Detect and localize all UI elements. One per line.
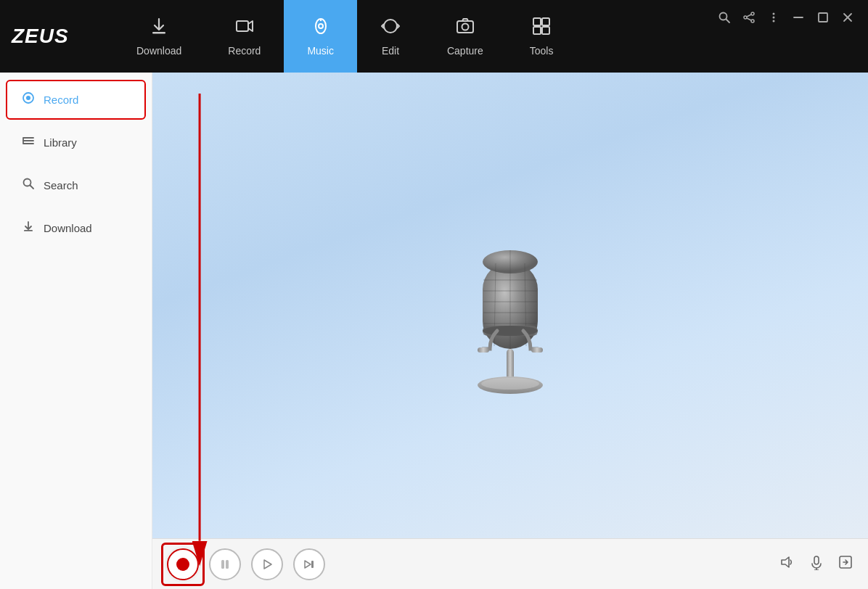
volume-icon[interactable]	[779, 554, 795, 574]
svg-rect-1	[237, 21, 248, 31]
svg-rect-47	[478, 347, 489, 353]
minimize-control[interactable]	[790, 9, 807, 26]
edit-tab-icon	[380, 16, 401, 41]
player-bar	[152, 538, 868, 589]
sidebar-item-record[interactable]: Record	[6, 80, 146, 120]
microphone-image	[438, 211, 583, 400]
search-sidebar-icon	[22, 177, 35, 194]
tab-record[interactable]: Record	[205, 0, 284, 73]
svg-line-16	[747, 15, 751, 17]
sidebar: Record Library Search Download	[0, 73, 152, 589]
mic-icon[interactable]	[808, 554, 824, 574]
svg-point-14	[744, 16, 747, 19]
sidebar-item-search-label: Search	[44, 179, 78, 191]
svg-rect-7	[533, 18, 541, 25]
tab-edit-label: Edit	[382, 45, 399, 57]
record-dot	[176, 558, 189, 571]
skip-button[interactable]	[293, 548, 325, 580]
svg-rect-22	[819, 13, 827, 22]
svg-rect-5	[457, 21, 473, 33]
tab-edit[interactable]: Edit	[357, 0, 424, 73]
app-logo: ZEUS	[12, 25, 99, 48]
svg-rect-10	[542, 27, 549, 34]
download-sidebar-icon	[22, 220, 35, 236]
record-button[interactable]	[167, 548, 199, 580]
svg-marker-57	[782, 557, 789, 567]
sidebar-item-download-label: Download	[44, 222, 92, 234]
svg-marker-55	[305, 561, 311, 568]
tab-record-label: Record	[228, 45, 261, 57]
svg-point-20	[773, 20, 775, 22]
sidebar-item-download[interactable]: Download	[6, 208, 146, 248]
play-button[interactable]	[251, 548, 283, 580]
svg-point-19	[773, 17, 775, 19]
search-control[interactable]	[716, 9, 733, 26]
tab-download-label: Download	[136, 45, 181, 57]
svg-point-18	[773, 13, 775, 15]
svg-rect-58	[814, 556, 819, 564]
capture-tab-icon	[455, 16, 475, 41]
player-right-controls	[779, 554, 853, 574]
svg-rect-9	[533, 27, 541, 34]
title-bar: ZEUS Download Record	[0, 0, 868, 73]
svg-rect-0	[152, 32, 165, 34]
svg-rect-48	[531, 347, 543, 353]
svg-point-46	[483, 326, 538, 336]
tab-tools-label: Tools	[530, 45, 554, 57]
download-tab-icon	[149, 16, 169, 41]
library-sidebar-icon	[22, 134, 35, 151]
svg-rect-33	[24, 230, 33, 231]
record-tab-icon	[234, 16, 255, 41]
main-layout: Record Library Search Download	[0, 73, 868, 589]
tab-capture[interactable]: Capture	[424, 0, 507, 73]
tab-music[interactable]: Music	[284, 0, 357, 73]
pause-button[interactable]	[209, 548, 241, 580]
svg-point-3	[319, 24, 323, 28]
svg-rect-56	[311, 561, 314, 568]
window-controls	[716, 9, 856, 26]
mic-area	[152, 73, 868, 538]
svg-point-51	[481, 378, 539, 390]
sidebar-item-search[interactable]: Search	[6, 165, 146, 205]
tab-music-label: Music	[307, 45, 334, 57]
sidebar-item-library[interactable]: Library	[6, 123, 146, 162]
svg-point-6	[462, 24, 468, 30]
tab-download[interactable]: Download	[113, 0, 205, 73]
svg-rect-53	[226, 560, 229, 569]
svg-rect-52	[221, 560, 224, 569]
share-control[interactable]	[740, 9, 758, 26]
close-control[interactable]	[839, 9, 856, 26]
svg-point-15	[751, 20, 754, 22]
tab-capture-label: Capture	[447, 45, 483, 57]
menu-control[interactable]	[765, 9, 782, 26]
svg-marker-54	[264, 560, 271, 569]
sidebar-item-record-label: Record	[44, 94, 78, 106]
svg-line-32	[30, 186, 34, 189]
tab-tools[interactable]: Tools	[507, 0, 577, 73]
svg-line-12	[726, 20, 730, 23]
svg-point-26	[26, 96, 30, 100]
export-icon[interactable]	[838, 554, 853, 574]
svg-point-13	[751, 12, 754, 15]
maximize-control[interactable]	[814, 9, 832, 26]
svg-line-17	[747, 18, 751, 20]
content-area	[152, 73, 868, 589]
record-button-wrapper	[167, 548, 199, 580]
svg-rect-8	[542, 18, 549, 25]
record-sidebar-icon	[22, 91, 35, 108]
music-tab-icon	[311, 16, 331, 41]
tools-tab-icon	[531, 16, 552, 41]
sidebar-item-library-label: Library	[44, 136, 77, 149]
